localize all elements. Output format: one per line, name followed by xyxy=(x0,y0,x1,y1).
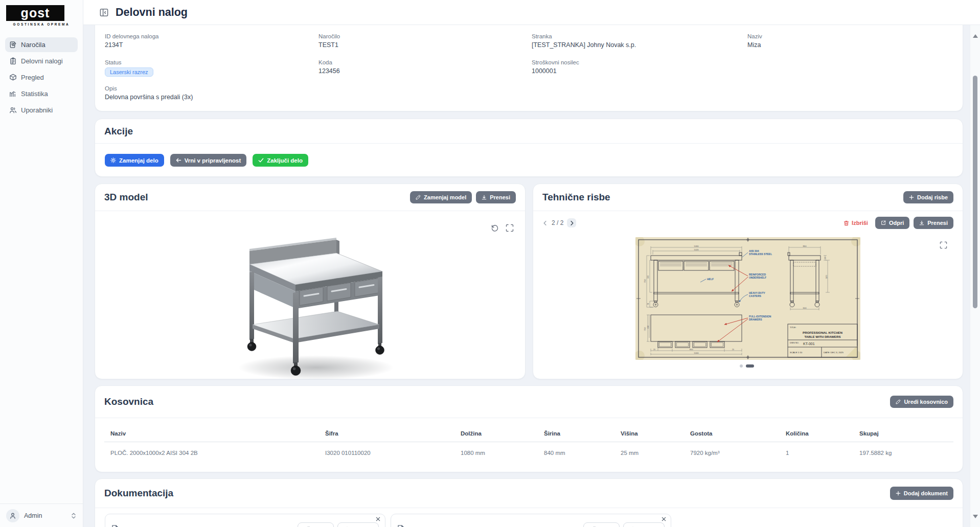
return-to-ready-button[interactable]: Vrni v pripravljenost xyxy=(170,154,247,167)
document-chip[interactable]: Gemini_Generated_Image_ubdp7yubdp7yubdp.… xyxy=(391,514,671,527)
scroll-down-arrow[interactable] xyxy=(970,518,980,526)
section-title: Akcije xyxy=(104,126,133,137)
scroll-up-arrow[interactable] xyxy=(970,26,980,34)
model-3d-header: 3D model Zamenjaj model Prenesi xyxy=(95,184,525,211)
table-3d-render xyxy=(223,226,402,380)
sidebar-item-statistika[interactable]: Statistika xyxy=(5,86,78,101)
sidebar-item-narocila[interactable]: Naročila xyxy=(5,37,78,52)
table-row: PLOČ. 2000x1000x2 AISI 304 2B I3020 0101… xyxy=(95,450,963,456)
drawings-header: Tehnične risbe Dodaj risbe xyxy=(533,184,963,211)
carousel-dots xyxy=(740,364,754,368)
download-icon xyxy=(919,220,924,225)
svg-text:650: 650 xyxy=(647,326,649,329)
logo-subtext: GOSTINSKA OPREMA xyxy=(6,22,77,26)
replace-model-button[interactable]: Zamenjaj model xyxy=(410,191,472,203)
svg-text:20: 20 xyxy=(732,349,734,351)
open-document-button[interactable]: Odpri xyxy=(298,522,334,527)
pencil-icon xyxy=(416,195,421,200)
sidebar-item-label: Statistika xyxy=(21,90,48,98)
download-document-button[interactable]: Prenesi xyxy=(623,522,665,527)
reset-view-icon[interactable] xyxy=(491,224,499,232)
svg-text:860: 860 xyxy=(803,245,807,247)
orders-icon xyxy=(9,41,17,49)
download-drawing-button[interactable]: Prenesi xyxy=(914,217,953,229)
sidebar-item-label: Delovni nalogi xyxy=(21,57,63,65)
svg-text:TABLE WITH DRAWERS: TABLE WITH DRAWERS xyxy=(804,335,840,338)
svg-text:CASTERS: CASTERS xyxy=(749,294,762,297)
svg-text:560: 560 xyxy=(647,276,649,279)
svg-text:PROFESSIONAL KITCHEN: PROFESSIONAL KITCHEN xyxy=(803,331,842,334)
svg-text:15: 15 xyxy=(824,257,826,259)
download-icon xyxy=(482,195,487,200)
edit-bom-button[interactable]: Uredi kosovnico xyxy=(890,396,953,408)
svg-text:1000: 1000 xyxy=(694,352,699,354)
sidebar-item-label: Uporabniki xyxy=(21,106,53,114)
delete-drawing-button[interactable]: Izbriši xyxy=(844,220,868,226)
chevron-left-icon[interactable] xyxy=(542,220,548,226)
svg-text:HELF: HELF xyxy=(707,278,714,281)
finish-work-button[interactable]: Zaključi delo xyxy=(253,154,308,167)
field-stranka: Stranka[TEST_STRANKA] Johny Novak s.p. xyxy=(532,33,636,49)
field-opis: OpisDelovna površina s predali (3x) xyxy=(105,85,193,101)
svg-text:900: 900 xyxy=(690,348,694,351)
work-order-info-card: ID delovnega naloga2134T NaročiloTEST1 S… xyxy=(95,25,963,111)
external-link-icon xyxy=(881,220,886,225)
technical-drawing-sheet: 1060 1020 860 15 600 20 900 20 1000 750 … xyxy=(635,237,860,360)
add-drawings-button[interactable]: Dodaj risbe xyxy=(903,191,953,203)
actions-row: Zamenjaj delo Vrni v pripravljenost Zakl… xyxy=(95,144,963,167)
section-title: Kosovnica xyxy=(104,396,153,407)
field-status: StatusLaserski razrez xyxy=(105,59,153,77)
fullscreen-icon[interactable] xyxy=(506,224,514,232)
panel-left-icon[interactable] xyxy=(99,8,109,17)
model-3d-card: 3D model Zamenjaj model Prenesi xyxy=(95,184,526,379)
chevron-right-icon[interactable] xyxy=(567,218,576,227)
close-icon[interactable] xyxy=(375,516,381,522)
documentation-header: Dokumentacija Dodaj dokument xyxy=(95,479,963,508)
actions-card: Akcije Zamenjaj delo Vrni v pripravljeno… xyxy=(95,119,963,177)
sidebar-item-pregled[interactable]: Pregled xyxy=(5,70,78,85)
replace-work-button[interactable]: Zamenjaj delo xyxy=(105,154,164,167)
svg-text:1020: 1020 xyxy=(694,248,699,251)
sidebar-nav: Naročila Delovni nalogi Pregled Statisti… xyxy=(0,37,83,118)
drawings-toolbar: 2 / 2 Izbriši Odpri Prenesi xyxy=(542,217,953,229)
add-document-button[interactable]: Dodaj dokument xyxy=(890,487,953,500)
drawings-pager: 2 / 2 xyxy=(542,218,576,227)
svg-text:TITLE:: TITLE: xyxy=(790,326,796,329)
vertical-scrollbar[interactable] xyxy=(970,25,980,527)
download-model-button[interactable]: Prenesi xyxy=(476,191,516,203)
sidebar-item-uporabniki[interactable]: Uporabniki xyxy=(5,103,78,118)
statistics-icon xyxy=(9,90,17,98)
table-divider xyxy=(104,442,953,442)
svg-text:750: 750 xyxy=(644,279,646,283)
company-logo: gost GOSTINSKA OPREMA xyxy=(6,5,77,26)
users-icon xyxy=(9,106,17,114)
svg-text:STAINLESS STEEL: STAINLESS STEEL xyxy=(749,253,772,256)
open-drawing-button[interactable]: Odpri xyxy=(875,217,909,229)
field-id: ID delovnega naloga2134T xyxy=(105,33,159,49)
trash-icon xyxy=(844,220,849,226)
section-title: Dokumentacija xyxy=(104,488,173,499)
chevrons-up-down-icon[interactable] xyxy=(71,512,77,519)
svg-text:DRAWERS: DRAWERS xyxy=(749,318,762,321)
close-icon[interactable] xyxy=(660,516,667,522)
topbar: Delovni nalog xyxy=(83,0,980,25)
fullscreen-drawing-icon[interactable] xyxy=(940,241,947,249)
model-3d-viewport[interactable] xyxy=(95,211,525,379)
open-document-button[interactable]: Odpri xyxy=(583,522,620,527)
sidebar-item-delovni-nalogi[interactable]: Delovni nalogi xyxy=(5,54,78,68)
user-menu[interactable]: Admin xyxy=(0,503,83,527)
sidebar-item-label: Naročila xyxy=(21,41,45,49)
svg-text:UNDERSHELF: UNDERSHELF xyxy=(749,276,766,279)
field-stroskovni-nosilec: Stroškovni nosilec1000001 xyxy=(532,59,579,75)
document-chip[interactable]: Gemini_Generated_Image_xv794gxv794gxv79.… xyxy=(105,514,385,527)
field-naziv: NazivMiza xyxy=(747,33,762,49)
documentation-card: Dokumentacija Dodaj dokument Gemini_Gene… xyxy=(95,478,963,527)
scrollbar-thumb[interactable] xyxy=(973,76,977,308)
svg-text:KT-001: KT-001 xyxy=(803,342,815,346)
carousel-dot-active[interactable] xyxy=(746,364,754,368)
carousel-dot[interactable] xyxy=(740,364,743,368)
download-document-button[interactable]: Prenesi xyxy=(337,522,379,527)
page-title: Delovni nalog xyxy=(116,6,188,19)
actions-header: Akcije xyxy=(95,119,963,144)
check-icon xyxy=(258,157,264,163)
